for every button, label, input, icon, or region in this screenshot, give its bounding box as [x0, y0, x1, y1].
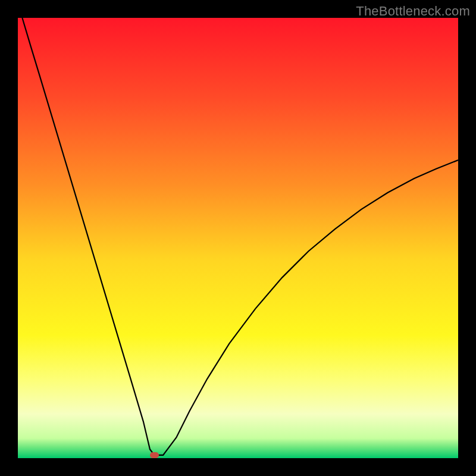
- bottleneck-curve: [22, 18, 458, 455]
- chart-frame: TheBottleneck.com: [0, 0, 476, 476]
- curve-layer: [18, 18, 458, 458]
- optimum-marker: [150, 452, 159, 458]
- plot-area: [18, 18, 458, 458]
- watermark-text: TheBottleneck.com: [356, 4, 470, 19]
